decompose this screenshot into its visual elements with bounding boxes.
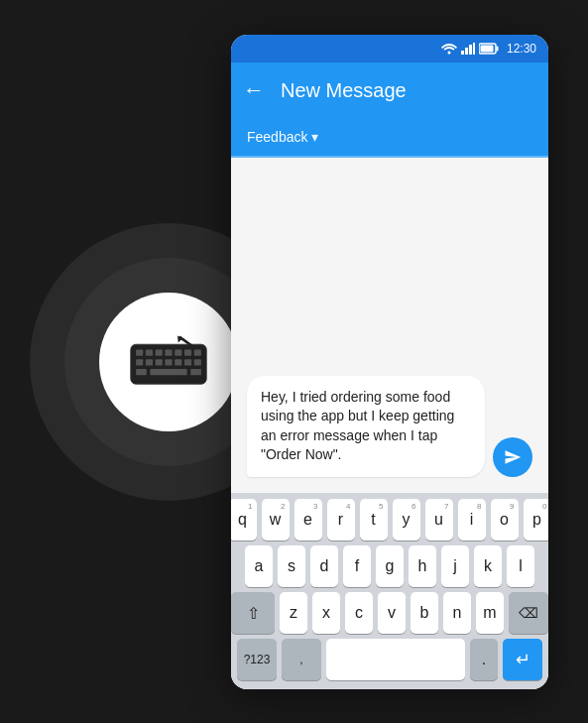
key-i[interactable]: 8i [458, 499, 486, 541]
key-p[interactable]: 0p [524, 499, 549, 541]
key-a[interactable]: a [245, 545, 273, 587]
key-x[interactable]: x [312, 592, 340, 634]
keyboard-svg [129, 334, 208, 389]
svg-rect-17 [190, 369, 201, 375]
shift-key[interactable]: ⇧ [231, 592, 275, 634]
svg-rect-6 [184, 349, 191, 355]
status-icons: 12:30 [441, 42, 536, 56]
svg-rect-10 [156, 359, 163, 365]
key-y[interactable]: 6y [393, 499, 420, 541]
num-symbol-key[interactable]: ?123 [237, 639, 277, 680]
svg-rect-22 [465, 48, 468, 55]
wifi-icon [441, 43, 457, 55]
svg-rect-16 [150, 369, 186, 375]
key-g[interactable]: g [376, 545, 404, 587]
svg-rect-7 [194, 349, 201, 355]
svg-rect-15 [136, 369, 147, 375]
key-m[interactable]: m [476, 592, 504, 634]
svg-rect-3 [156, 349, 163, 355]
enter-key[interactable]: ↵ [503, 639, 542, 680]
status-bar: 12:30 [231, 35, 548, 62]
svg-rect-14 [194, 359, 201, 365]
period-key[interactable]: . [470, 639, 498, 680]
svg-rect-4 [165, 349, 172, 355]
key-e[interactable]: 3e [294, 499, 322, 541]
svg-rect-21 [461, 51, 464, 55]
svg-point-20 [447, 52, 450, 55]
signal-icon [461, 43, 475, 55]
key-o[interactable]: 9o [491, 499, 519, 541]
key-v[interactable]: v [378, 592, 406, 634]
key-l[interactable]: l [507, 545, 534, 587]
keyboard-row-1: 1q 2w 3e 4r 5t 6y 7u 8i 9o 0p [235, 499, 544, 541]
tab-feedback-text: Feedback [247, 129, 307, 145]
key-u[interactable]: 7u [425, 499, 453, 541]
key-w[interactable]: 2w [262, 499, 290, 541]
key-j[interactable]: j [441, 545, 469, 587]
key-f[interactable]: f [343, 545, 371, 587]
key-s[interactable]: s [278, 545, 305, 587]
tabs-bar[interactable]: Feedback ▾ [231, 118, 548, 158]
dropdown-arrow-icon[interactable]: ▾ [311, 129, 318, 145]
key-b[interactable]: b [411, 592, 438, 634]
keyboard: 1q 2w 3e 4r 5t 6y 7u 8i 9o 0p a s d f g … [231, 493, 548, 689]
svg-rect-8 [136, 359, 143, 365]
svg-rect-9 [146, 359, 153, 365]
app-bar-title: New Message [281, 79, 540, 102]
key-h[interactable]: h [409, 545, 436, 587]
key-k[interactable]: k [474, 545, 502, 587]
key-t[interactable]: 5t [360, 499, 388, 541]
keyboard-icon [129, 334, 208, 389]
phone-mockup: 12:30 ← New Message Feedback ▾ Hey, I tr… [231, 35, 548, 689]
back-button[interactable]: ← [239, 73, 269, 107]
keyboard-row-3: ⇧ z x c v b n m ⌫ [235, 592, 544, 634]
key-z[interactable]: z [280, 592, 307, 634]
key-d[interactable]: d [310, 545, 338, 587]
active-tab-label: Feedback ▾ [247, 129, 318, 145]
svg-rect-1 [136, 349, 143, 355]
send-icon [504, 448, 522, 466]
send-button[interactable] [493, 437, 532, 477]
delete-key[interactable]: ⌫ [509, 592, 548, 634]
message-bubble: Hey, I tried ordering some food using th… [247, 376, 485, 477]
svg-rect-24 [473, 43, 475, 55]
svg-rect-23 [469, 45, 472, 55]
message-row: Hey, I tried ordering some food using th… [247, 376, 532, 477]
svg-rect-5 [175, 349, 181, 355]
key-n[interactable]: n [443, 592, 471, 634]
keyboard-row-2: a s d f g h j k l [235, 545, 544, 587]
svg-rect-26 [496, 47, 498, 52]
key-q[interactable]: 1q [231, 499, 257, 541]
svg-rect-12 [175, 359, 181, 365]
phone-content: ← New Message Feedback ▾ Hey, I tried or… [231, 62, 548, 689]
comma-key[interactable]: , [282, 639, 321, 680]
svg-rect-13 [184, 359, 191, 365]
key-r[interactable]: 4r [327, 499, 355, 541]
space-key[interactable] [326, 639, 465, 680]
app-bar: ← New Message [231, 62, 548, 118]
svg-rect-27 [480, 46, 493, 53]
keyboard-bottom-row: ?123 , . ↵ [235, 639, 544, 680]
messages-container: Hey, I tried ordering some food using th… [231, 158, 548, 493]
svg-rect-11 [165, 359, 172, 365]
key-c[interactable]: c [345, 592, 373, 634]
svg-rect-2 [146, 349, 153, 355]
battery-icon [479, 43, 499, 55]
status-time: 12:30 [507, 42, 536, 56]
